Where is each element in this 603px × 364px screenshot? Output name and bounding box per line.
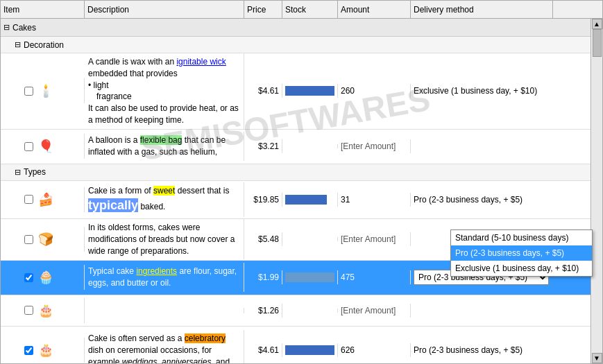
stock-cell-3 bbox=[282, 193, 338, 207]
checkbox-area-6: 🎂 bbox=[24, 300, 56, 321]
delivery-cell-7: Pro (2-3 business days, + $5) bbox=[411, 343, 553, 357]
stock-bar-3 bbox=[285, 195, 327, 205]
group-cakes-label: Cakes bbox=[12, 23, 36, 33]
amount-cell-2: [Enter Amount] bbox=[338, 139, 411, 153]
checkbox-area-2: 🎈 bbox=[24, 136, 56, 157]
checkbox-area-3: 🍰 bbox=[24, 189, 56, 210]
checkbox-area-7: 🎂 bbox=[24, 340, 56, 361]
subgroup-decoration[interactable]: ⊟ Decoration bbox=[1, 37, 591, 53]
table-row: 🎂 $1.26 [Enter Amount] bbox=[1, 295, 591, 327]
group-cakes[interactable]: ⊟ Cakes bbox=[1, 19, 591, 37]
row5-checkbox[interactable] bbox=[24, 273, 33, 282]
delivery-cell-2 bbox=[411, 144, 553, 148]
delivery-text-1: Exclusive (1 business day, + $10) bbox=[414, 86, 537, 96]
stock-cell-5 bbox=[282, 270, 338, 284]
header-delivery: Delivery method bbox=[411, 1, 553, 19]
delivery-dropdown: Standard (5-10 business days) Pro (2-3 b… bbox=[450, 229, 591, 277]
stock-bar-7 bbox=[285, 345, 334, 355]
scroll-up-button[interactable]: ▲ bbox=[592, 19, 602, 29]
row7-checkbox[interactable] bbox=[24, 346, 33, 355]
amount-cell-7: 626 bbox=[338, 343, 411, 357]
header-price: Price bbox=[244, 1, 282, 19]
table-header: Item Description Price Stock Amount Deli… bbox=[1, 1, 602, 19]
scroll-down-button[interactable]: ▼ bbox=[592, 353, 602, 363]
ingredients-link[interactable]: ingredients bbox=[136, 266, 177, 276]
header-description: Description bbox=[85, 1, 244, 19]
subgroup-types[interactable]: ⊟ Types bbox=[1, 164, 591, 181]
scroll-thumb[interactable] bbox=[593, 29, 602, 57]
stock-cell-4 bbox=[282, 237, 338, 241]
price-cell-4: $5.48 bbox=[244, 232, 282, 246]
price-cell-1: $4.61 bbox=[244, 84, 282, 98]
checkbox-area-1: 🕯️ bbox=[24, 80, 56, 101]
header-stock: Stock bbox=[282, 1, 338, 19]
table-row: 🎂 Cake is often served as a celebratory … bbox=[1, 327, 591, 363]
row1-icon: 🕯️ bbox=[35, 80, 56, 101]
scrollbar[interactable]: ▲ ▼ bbox=[591, 19, 602, 363]
scroll-track bbox=[592, 29, 602, 353]
balloon-highlight: flexible bag bbox=[140, 135, 182, 145]
expand-types-icon[interactable]: ⊟ bbox=[15, 168, 21, 177]
desc-cell-1: A candle is wax with an ignitable wick e… bbox=[85, 53, 244, 129]
header-amount: Amount bbox=[338, 1, 411, 19]
dropdown-option-standard[interactable]: Standard (5-10 business days) bbox=[451, 230, 591, 245]
header-item: Item bbox=[1, 1, 85, 19]
price-cell-3: $19.85 bbox=[244, 193, 282, 207]
price-cell-6: $1.26 bbox=[244, 304, 282, 318]
row1-checkbox[interactable] bbox=[24, 87, 33, 96]
desc-cell-2: A balloon is a flexible bag that can be … bbox=[85, 132, 244, 161]
dropdown-option-exclusive[interactable]: Exclusive (1 business day, + $10) bbox=[451, 261, 591, 276]
desc-cell-3: Cake is a form of sweet dessert that is … bbox=[85, 182, 244, 217]
item-cell-3: 🍰 bbox=[1, 187, 85, 212]
sweet-highlight: sweet bbox=[153, 186, 175, 196]
row6-icon: 🎂 bbox=[35, 300, 56, 321]
amount-value-3: 31 bbox=[341, 195, 350, 205]
checkbox-area-4: 🍞 bbox=[24, 229, 56, 250]
subgroup-decoration-label: Decoration bbox=[24, 40, 64, 50]
amount-value-1: 260 bbox=[341, 86, 355, 96]
stock-bar-5 bbox=[285, 272, 334, 282]
enter-amount-2: [Enter Amount] bbox=[341, 141, 396, 151]
bullet-light: light bbox=[88, 80, 240, 92]
price-cell-7: $4.61 bbox=[244, 343, 282, 357]
price-cell-5: $1.99 bbox=[244, 270, 282, 284]
delivery-cell-6 bbox=[411, 309, 553, 313]
amount-value-5: 475 bbox=[341, 272, 355, 282]
delivery-text-7: Pro (2-3 business days, + $5) bbox=[414, 345, 523, 355]
amount-cell-4: [Enter Amount] bbox=[338, 232, 411, 246]
row5-icon: 🧁 bbox=[35, 267, 56, 288]
stock-bar-1 bbox=[285, 86, 334, 96]
table-row: 🎈 A balloon is a flexible bag that can b… bbox=[1, 130, 591, 164]
expand-cakes-icon[interactable]: ⊟ bbox=[3, 23, 10, 32]
delivery-cell-3: Pro (2-3 business days, + $5) bbox=[411, 193, 553, 207]
delivery-text-3: Pro (2-3 business days, + $5) bbox=[414, 195, 523, 205]
row7-icon: 🎂 bbox=[35, 340, 56, 361]
enter-amount-4: [Enter Amount] bbox=[341, 234, 396, 244]
expand-decoration-icon[interactable]: ⊟ bbox=[15, 40, 21, 49]
row3-checkbox[interactable] bbox=[24, 195, 33, 204]
table-row: 🕯️ A candle is wax with an ignitable wic… bbox=[1, 53, 591, 130]
row3-icon: 🍰 bbox=[35, 189, 56, 210]
stock-cell-1 bbox=[282, 84, 338, 98]
desc-cell-4: In its oldest forms, cakes were modifica… bbox=[85, 219, 244, 259]
subgroup-types-label: Types bbox=[24, 167, 46, 177]
stock-cell-2 bbox=[282, 144, 338, 148]
link-ignitable[interactable]: ignitable wick bbox=[176, 57, 226, 67]
table-row: 🍰 Cake is a form of sweet dessert that i… bbox=[1, 181, 591, 219]
item-cell-4: 🍞 bbox=[1, 227, 85, 252]
item-cell-2: 🎈 bbox=[1, 134, 85, 159]
enter-amount-6: [Enter Amount] bbox=[341, 306, 396, 315]
stock-cell-6 bbox=[282, 309, 338, 313]
item-cell-7: 🎂 bbox=[1, 338, 85, 363]
row4-icon: 🍞 bbox=[35, 229, 56, 250]
row2-checkbox[interactable] bbox=[24, 142, 33, 151]
price-cell-2: $3.21 bbox=[244, 139, 282, 153]
row4-checkbox[interactable] bbox=[24, 235, 33, 244]
dropdown-option-pro[interactable]: Pro (2-3 business days, + $5) bbox=[451, 245, 591, 261]
row6-checkbox[interactable] bbox=[24, 306, 33, 315]
delivery-cell-1: Exclusive (1 business day, + $10) bbox=[411, 84, 553, 98]
typically-highlight: typically bbox=[88, 198, 138, 212]
table-body: ⊟ Cakes ⊟ Decoration 🕯️ A candle is wax … bbox=[1, 19, 591, 363]
bullet-fragrance: fragrance bbox=[88, 91, 240, 103]
weddings-text: weddings bbox=[122, 357, 158, 363]
